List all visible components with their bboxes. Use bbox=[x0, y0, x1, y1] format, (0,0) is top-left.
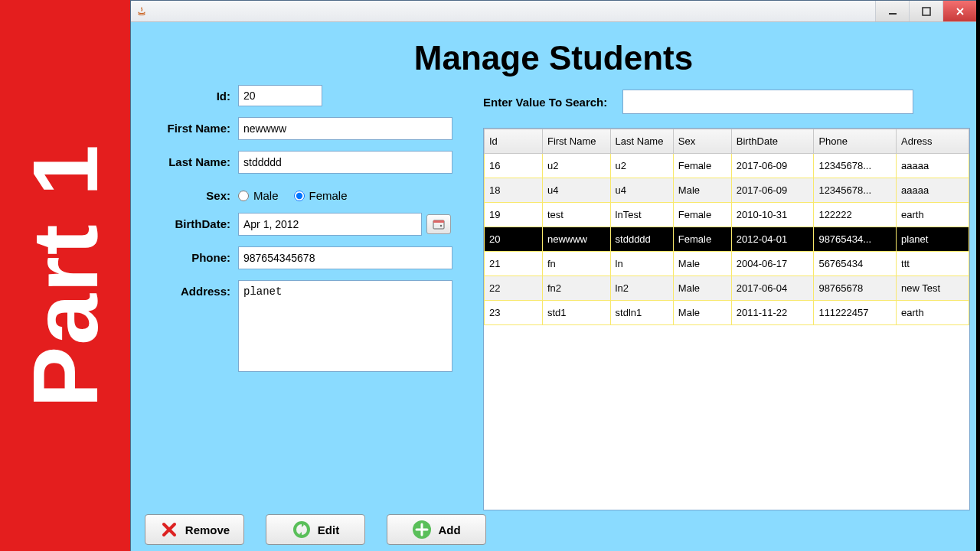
table-cell: 98765434... bbox=[814, 227, 897, 252]
table-cell: u4 bbox=[610, 178, 673, 203]
table-cell: 22 bbox=[485, 276, 543, 301]
table-cell: Male bbox=[673, 276, 731, 301]
table-row[interactable]: 16u2u2Female2017-06-0912345678...aaaaa bbox=[485, 154, 969, 178]
students-table-container[interactable]: IdFirst NameLast NameSexBirthDatePhoneAd… bbox=[483, 128, 970, 510]
add-button[interactable]: Add bbox=[387, 514, 486, 545]
table-cell: lnTest bbox=[610, 203, 673, 227]
table-cell: ln2 bbox=[610, 276, 673, 301]
table-cell: 2017-06-09 bbox=[731, 178, 814, 203]
svg-point-4 bbox=[440, 225, 442, 227]
remove-button-label: Remove bbox=[185, 523, 230, 536]
refresh-icon bbox=[292, 520, 312, 540]
side-band-label: Part 1 bbox=[12, 143, 118, 408]
table-cell: 2011-11-22 bbox=[731, 301, 814, 325]
date-picker-button[interactable] bbox=[426, 214, 451, 234]
table-cell: earth bbox=[897, 203, 969, 227]
java-cup-icon bbox=[136, 5, 148, 18]
table-row[interactable]: 23std1stdln1Male2011-11-22111222457earth bbox=[485, 301, 969, 325]
table-cell: u2 bbox=[542, 154, 610, 178]
video-side-band: Part 1 bbox=[0, 0, 130, 551]
maximize-button[interactable] bbox=[909, 1, 942, 21]
table-cell: Male bbox=[673, 301, 731, 325]
table-cell: 111222457 bbox=[814, 301, 897, 325]
table-row[interactable]: 19testlnTestFemale2010-10-31122222earth bbox=[485, 203, 969, 227]
male-radio-label[interactable]: Male bbox=[238, 189, 279, 202]
table-cell: stddddd bbox=[610, 227, 673, 252]
table-cell: 23 bbox=[485, 301, 543, 325]
table-row[interactable]: 20newwwwstdddddFemale2012-04-0198765434.… bbox=[485, 227, 969, 252]
table-cell: 18 bbox=[485, 178, 543, 203]
students-table: IdFirst NameLast NameSexBirthDatePhoneAd… bbox=[484, 129, 969, 325]
edit-button-label: Edit bbox=[318, 523, 339, 536]
table-cell: aaaaa bbox=[897, 178, 969, 203]
last-name-field[interactable] bbox=[238, 151, 452, 174]
remove-x-icon bbox=[159, 520, 179, 540]
address-field[interactable] bbox=[238, 280, 452, 372]
table-cell: fn bbox=[542, 252, 610, 276]
add-plus-icon bbox=[412, 520, 432, 540]
id-label: Id: bbox=[146, 85, 230, 103]
table-cell: 2004-06-17 bbox=[731, 252, 814, 276]
female-text: Female bbox=[309, 189, 348, 202]
table-header[interactable]: Last Name bbox=[610, 129, 673, 154]
remove-button[interactable]: Remove bbox=[145, 514, 244, 545]
page-title: Manage Students bbox=[131, 22, 976, 94]
table-cell: earth bbox=[897, 301, 969, 325]
table-cell: std1 bbox=[542, 301, 610, 325]
table-cell: new Test bbox=[897, 276, 969, 301]
table-header[interactable]: Id bbox=[485, 129, 543, 154]
window-titlebar bbox=[131, 1, 976, 22]
table-row[interactable]: 21fnlnMale2004-06-1756765434ttt bbox=[485, 252, 969, 276]
table-cell: Male bbox=[673, 178, 731, 203]
table-header[interactable]: First Name bbox=[542, 129, 610, 154]
table-header[interactable]: Sex bbox=[673, 129, 731, 154]
table-cell: newwww bbox=[542, 227, 610, 252]
calendar-icon bbox=[433, 219, 445, 230]
table-cell: stdln1 bbox=[610, 301, 673, 325]
table-cell: 56765434 bbox=[814, 252, 897, 276]
student-form: Id: First Name: Last Name: Sex: Male bbox=[146, 85, 468, 545]
male-text: Male bbox=[253, 189, 279, 202]
table-cell: 21 bbox=[485, 252, 543, 276]
table-row[interactable]: 18u4u4Male2017-06-0912345678...aaaaa bbox=[485, 178, 969, 203]
search-input[interactable] bbox=[622, 90, 913, 114]
table-cell: 16 bbox=[485, 154, 543, 178]
first-name-field[interactable] bbox=[238, 117, 452, 140]
sex-label: Sex: bbox=[146, 184, 230, 202]
female-radio[interactable] bbox=[294, 191, 305, 201]
svg-rect-0 bbox=[889, 13, 897, 15]
table-cell: 2017-06-09 bbox=[731, 154, 814, 178]
close-button[interactable] bbox=[942, 1, 976, 21]
table-cell: Female bbox=[673, 203, 731, 227]
first-name-label: First Name: bbox=[146, 117, 230, 135]
phone-label: Phone: bbox=[146, 246, 230, 264]
table-header[interactable]: Phone bbox=[814, 129, 897, 154]
last-name-label: Last Name: bbox=[146, 151, 230, 168]
svg-rect-3 bbox=[433, 220, 444, 223]
birth-date-field[interactable] bbox=[238, 213, 422, 236]
table-cell: 12345678... bbox=[814, 154, 897, 178]
table-cell: ln bbox=[610, 252, 673, 276]
phone-field[interactable] bbox=[238, 246, 452, 269]
search-label: Enter Value To Search: bbox=[483, 96, 607, 109]
table-cell: ttt bbox=[897, 252, 969, 276]
table-cell: 20 bbox=[485, 227, 543, 252]
female-radio-label[interactable]: Female bbox=[294, 189, 348, 202]
id-field[interactable] bbox=[238, 85, 322, 106]
edit-button[interactable]: Edit bbox=[266, 514, 365, 545]
add-button-label: Add bbox=[438, 523, 460, 536]
table-row[interactable]: 22fn2ln2Male2017-06-0498765678new Test bbox=[485, 276, 969, 301]
table-cell: 98765678 bbox=[814, 276, 897, 301]
table-cell: 19 bbox=[485, 203, 543, 227]
table-cell: 122222 bbox=[814, 203, 897, 227]
table-cell: fn2 bbox=[542, 276, 610, 301]
app-window: Manage Students Id: First Name: Last Nam… bbox=[130, 0, 976, 551]
minimize-button[interactable] bbox=[875, 1, 909, 21]
table-cell: u4 bbox=[542, 178, 610, 203]
male-radio[interactable] bbox=[238, 191, 249, 201]
table-cell: Female bbox=[673, 154, 731, 178]
table-header[interactable]: Adress bbox=[897, 129, 969, 154]
table-header[interactable]: BirthDate bbox=[731, 129, 814, 154]
table-cell: 2010-10-31 bbox=[731, 203, 814, 227]
table-cell: test bbox=[542, 203, 610, 227]
